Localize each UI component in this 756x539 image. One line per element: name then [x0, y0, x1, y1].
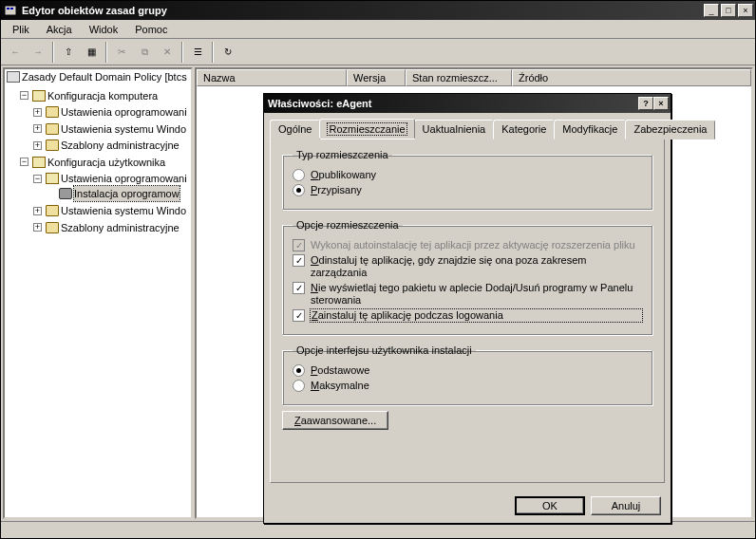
window-title: Edytor obiektów zasad grupy [22, 5, 704, 16]
expand-icon[interactable]: + [33, 141, 42, 150]
tab-rozmieszczanie[interactable]: Rozmieszczanie [319, 119, 414, 139]
radio-assigned[interactable] [293, 184, 305, 196]
policy-icon [7, 71, 20, 83]
back-button[interactable]: ← [5, 42, 26, 63]
label-basic[interactable]: Podstawowe [311, 364, 642, 377]
folder-icon [32, 157, 46, 168]
col-source[interactable]: Źródło [512, 69, 751, 86]
show-hide-button[interactable]: ▦ [81, 42, 102, 63]
radio-maximum[interactable] [293, 380, 305, 392]
group-deployment-options: Opcje rozmieszczenia ✓ Wykonaj autoinsta… [282, 219, 652, 335]
delete-button: ✕ [157, 42, 178, 63]
label-autoinstall: Wykonaj autoinstalację tej aplikacji prz… [311, 239, 642, 251]
tree-comp-templates[interactable]: Szablony administracyjne [61, 138, 180, 153]
folder-icon [32, 90, 46, 102]
group-deployment-type: Typ rozmieszczenia Opublikowany Przypisa… [282, 149, 652, 210]
close-button[interactable]: × [738, 4, 753, 17]
tree-computer[interactable]: Konfiguracja komputera [47, 88, 158, 103]
menubar: Plik Akcja Widok Pomoc [1, 20, 755, 39]
tab-ogolne[interactable]: Ogólne [270, 120, 320, 139]
properties-button[interactable]: ☰ [187, 42, 208, 63]
tree-root[interactable]: Zasady Default Domain Policy [btcs [22, 69, 187, 84]
label-assigned[interactable]: Przypisany [311, 184, 642, 196]
titlebar[interactable]: Edytor obiektów zasad grupy _ □ × [1, 1, 755, 20]
properties-dialog: Właściwości: eAgent ? × Ogólne Rozmieszc… [263, 93, 671, 524]
maximize-button[interactable]: □ [721, 4, 736, 17]
expand-icon[interactable]: + [33, 108, 42, 117]
install-icon [59, 188, 72, 199]
collapse-icon[interactable]: − [20, 91, 28, 100]
tab-page: Typ rozmieszczenia Opublikowany Przypisa… [270, 139, 665, 483]
expand-icon[interactable]: + [33, 223, 42, 232]
group-deployment-options-legend: Opcje rozmieszczenia [293, 219, 403, 231]
folder-icon [46, 222, 59, 233]
tab-uaktualnienia[interactable]: Uaktualnienia [414, 120, 495, 139]
list-header: Nazwa Wersja Stan rozmieszcz... Źródło [197, 69, 751, 86]
checkbox-install-logon[interactable]: ✓ [293, 309, 305, 322]
toolbar: ← → ⇧ ▦ ✂ ⧉ ✕ ☰ ↻ [1, 39, 755, 65]
tabstrip: Ogólne Rozmieszczanie Uaktualnienia Kate… [264, 113, 671, 139]
folder-icon [46, 139, 59, 151]
expand-icon[interactable]: + [33, 207, 42, 215]
tree-comp-software[interactable]: Ustawienia oprogramowani [61, 104, 187, 120]
svg-rect-1 [7, 8, 9, 9]
dialog-close-button[interactable]: × [653, 97, 669, 110]
dialog-titlebar[interactable]: Właściwości: eAgent ? × [264, 94, 671, 113]
menu-plik[interactable]: Plik [5, 22, 37, 37]
group-ui-options: Opcje interfejsu użytkownika instalacji … [282, 344, 652, 405]
tab-kategorie[interactable]: Kategorie [493, 120, 555, 139]
col-name[interactable]: Nazwa [197, 69, 347, 86]
ok-button[interactable]: OK [515, 496, 585, 515]
radio-published[interactable] [293, 169, 305, 181]
radio-basic[interactable] [293, 364, 305, 377]
menu-widok[interactable]: Widok [82, 22, 126, 37]
checkbox-autoinstall: ✓ [293, 239, 305, 251]
up-button[interactable]: ⇧ [58, 42, 79, 63]
forward-button: → [28, 42, 48, 63]
menu-akcja[interactable]: Akcja [39, 22, 80, 37]
label-hide-addremove[interactable]: Nie wyświetlaj tego pakietu w aplecie Do… [311, 282, 642, 307]
tree-user-install[interactable]: Instalacja oprogramow [74, 186, 180, 201]
tree-user[interactable]: Konfiguracja użytkownika [47, 155, 165, 170]
folder-icon [46, 205, 59, 216]
label-maximum[interactable]: Maksymalne [311, 380, 642, 392]
copy-button: ⧉ [134, 42, 155, 63]
svg-rect-2 [10, 8, 13, 9]
label-published[interactable]: Opublikowany [311, 169, 642, 181]
tree-pane[interactable]: Zasady Default Domain Policy [btcs − Kon… [3, 67, 193, 519]
collapse-icon[interactable]: − [33, 175, 42, 183]
dialog-help-button[interactable]: ? [638, 97, 653, 110]
col-state[interactable]: Stan rozmieszcz... [406, 69, 512, 86]
dialog-title: Właściwości: eAgent [266, 98, 638, 109]
group-ui-options-legend: Opcje interfejsu użytkownika instalacji [293, 344, 476, 356]
dialog-buttons: OK Anuluj [264, 489, 671, 523]
label-install-logon[interactable]: Zainstaluj tę aplikację podczas logowani… [311, 309, 642, 322]
tree-user-templates[interactable]: Szablony administracyjne [61, 220, 180, 235]
app-icon [3, 3, 18, 18]
expand-icon[interactable]: + [33, 124, 42, 133]
minimize-button[interactable]: _ [704, 4, 719, 17]
cancel-button[interactable]: Anuluj [591, 496, 661, 515]
folder-icon [46, 123, 59, 135]
svg-rect-0 [5, 6, 16, 15]
cut-button: ✂ [111, 42, 132, 63]
col-version[interactable]: Wersja [347, 69, 406, 86]
menu-pomoc[interactable]: Pomoc [127, 22, 175, 37]
tree-user-software[interactable]: Ustawienia oprogramowani [61, 171, 187, 186]
tree-comp-windows[interactable]: Ustawienia systemu Windo [61, 121, 186, 137]
checkbox-hide-addremove[interactable]: ✓ [293, 282, 305, 294]
checkbox-uninstall[interactable]: ✓ [293, 254, 305, 267]
refresh-button[interactable]: ↻ [217, 42, 238, 63]
tab-zabezpieczenia[interactable]: Zabezpieczenia [625, 120, 715, 139]
collapse-icon[interactable]: − [20, 158, 28, 166]
group-deployment-type-legend: Typ rozmieszczenia [293, 149, 392, 160]
label-uninstall[interactable]: Odinstaluj tę aplikację, gdy znajdzie si… [311, 254, 642, 279]
folder-icon [46, 106, 59, 118]
folder-icon [46, 173, 59, 184]
advanced-button[interactable]: Zaawansowane... [282, 411, 388, 430]
tree-user-windows[interactable]: Ustawienia systemu Windo [61, 203, 186, 218]
tab-modyfikacje[interactable]: Modyfikacje [554, 120, 626, 139]
